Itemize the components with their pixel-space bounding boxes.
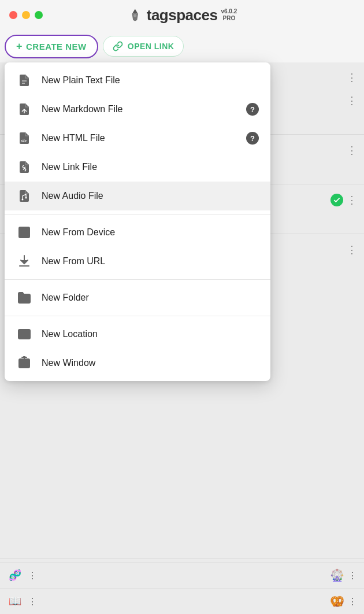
audio-file-icon	[16, 188, 32, 204]
svg-point-7	[22, 199, 24, 201]
maximize-button[interactable]	[35, 11, 43, 19]
close-button[interactable]	[9, 11, 17, 19]
window-icon	[16, 355, 32, 371]
logo-icon	[127, 7, 143, 23]
menu-item-new-location-label: New Location	[42, 329, 259, 339]
menu-item-html[interactable]: </> New HTML File ?	[5, 124, 270, 153]
svg-point-2	[133, 14, 136, 17]
bottom-row-1: 🧬 ⋮ 🎡 ⋮	[0, 562, 364, 588]
menu-item-markdown-label: New Markdown File	[42, 104, 237, 114]
svg-rect-20	[19, 359, 29, 368]
bottom-row-1-right-menu[interactable]: ⋮	[348, 570, 357, 581]
bottom-row-1-menu[interactable]: ⋮	[28, 570, 37, 581]
menu-item-plain-text-label: New Plain Text File	[42, 75, 259, 86]
open-link-button[interactable]: OPEN LINK	[103, 36, 184, 57]
create-new-dropdown: New Plain Text File New Markdown File ? …	[5, 62, 270, 381]
bottom-row-2-right-menu[interactable]: ⋮	[348, 596, 357, 607]
bottom-icon-1: 🧬	[7, 567, 23, 583]
menu-item-from-device[interactable]: New From Device	[5, 218, 270, 247]
menu-item-new-location[interactable]: New Location	[5, 320, 270, 349]
app-name: tagspaces	[147, 6, 218, 24]
svg-point-8	[25, 197, 27, 199]
dropdown-section-folder: New Folder	[5, 279, 270, 316]
menu-item-from-url-label: New From URL	[42, 256, 259, 267]
group3-menu[interactable]: ⋮	[347, 194, 357, 206]
dropdown-section-import: New From Device New From URL	[5, 214, 270, 279]
link-file-icon	[16, 159, 32, 175]
menu-item-new-folder[interactable]: New Folder	[5, 283, 270, 312]
menu-item-markdown[interactable]: New Markdown File ?	[5, 95, 270, 124]
menu-item-audio-label: New Audio File	[42, 191, 259, 201]
menu-item-plain-text[interactable]: New Plain Text File	[5, 66, 270, 95]
location-icon	[16, 326, 32, 342]
bottom-row-2-right-icon: 🥨	[330, 594, 344, 608]
bottom-row-2: 📖 ⋮ 🥨 ⋮	[0, 588, 364, 614]
markdown-file-icon	[16, 101, 32, 117]
group4-menu[interactable]: ⋮	[347, 243, 357, 256]
html-file-icon: </>	[16, 130, 32, 146]
html-help-icon[interactable]: ?	[246, 132, 259, 145]
dropdown-section-location: New Location New Window	[5, 316, 270, 381]
bottom-row-2-menu[interactable]: ⋮	[28, 596, 37, 607]
from-url-icon	[16, 253, 32, 269]
menu-item-from-device-label: New From Device	[42, 227, 259, 238]
svg-rect-15	[18, 330, 30, 339]
bottom-panel: 🧬 ⋮ 🎡 ⋮ 📖 ⋮ 🥨 ⋮	[0, 554, 364, 614]
bottom-row-1-right-icon: 🎡	[330, 568, 344, 582]
svg-text:</>: </>	[21, 139, 27, 143]
menu-item-new-window-label: New Window	[42, 358, 259, 368]
tags-panel-menu[interactable]: ⋮	[347, 71, 357, 84]
menu-item-new-folder-label: New Folder	[42, 293, 259, 303]
bottom-row-1-right: 🎡 ⋮	[330, 568, 357, 582]
create-new-button[interactable]: + CREATE NEW	[5, 35, 98, 58]
bottom-row-2-right: 🥨 ⋮	[330, 594, 357, 608]
menu-item-from-url[interactable]: New From URL	[5, 247, 270, 276]
bottom-icon-2: 📖	[7, 593, 23, 609]
logo-area: tagspaces v6.0.2 PRO	[127, 6, 237, 24]
minimize-button[interactable]	[22, 11, 30, 19]
menu-item-link[interactable]: New Link File	[5, 153, 270, 182]
text-file-icon	[16, 72, 32, 88]
link-icon	[113, 41, 123, 51]
done-icon	[333, 196, 341, 204]
titlebar: tagspaces v6.0.2 PRO	[0, 0, 364, 30]
group1-menu[interactable]: ⋮	[347, 94, 357, 107]
main-area: + CREATE NEW OPEN LINK TAGS ⋮ ∨ ⋮ no y	[0, 30, 364, 614]
markdown-help-icon[interactable]: ?	[246, 103, 259, 116]
open-link-label: OPEN LINK	[128, 42, 174, 51]
dropdown-section-files: New Plain Text File New Markdown File ? …	[5, 62, 270, 214]
traffic-lights	[9, 11, 43, 19]
menu-item-audio[interactable]: New Audio File	[5, 182, 270, 210]
menu-item-new-window[interactable]: New Window	[5, 349, 270, 378]
menu-item-link-label: New Link File	[42, 162, 259, 172]
create-new-label: CREATE NEW	[26, 42, 87, 51]
menu-item-html-label: New HTML File	[42, 133, 237, 143]
app-version: v6.0.2 PRO	[221, 8, 237, 22]
toolbar: + CREATE NEW OPEN LINK	[0, 30, 364, 62]
group2-menu[interactable]: ⋮	[347, 144, 357, 157]
folder-icon	[16, 290, 32, 306]
from-device-icon	[16, 224, 32, 241]
plus-icon: +	[16, 40, 23, 53]
